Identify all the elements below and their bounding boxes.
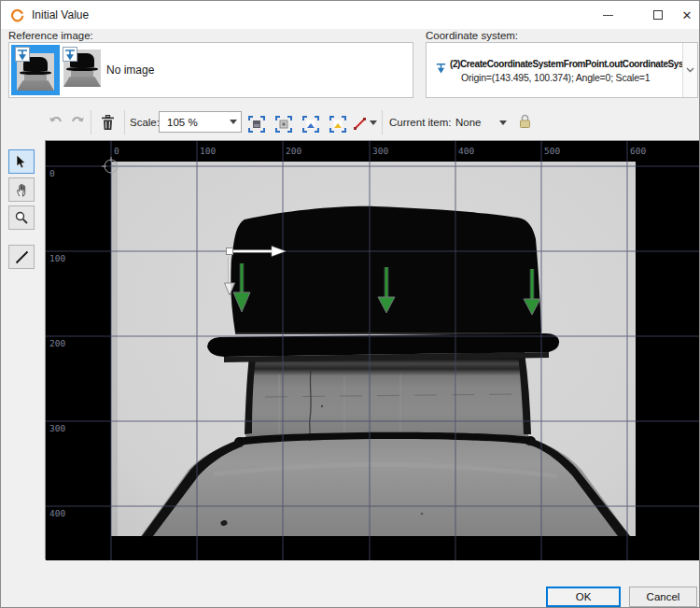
lock-button[interactable] [516, 112, 533, 131]
coordinate-system-label: Coordinate system: [426, 30, 518, 41]
zoom-out-region-button[interactable] [326, 113, 349, 135]
redo-button[interactable] [69, 113, 86, 130]
zoom-out-region-icon [329, 116, 346, 133]
coordinate-system-details: Origin=(143.495, 100.374); Angle=0; Scal… [461, 72, 650, 83]
caret-down-icon[interactable] [499, 120, 507, 125]
zoom-in-region-button[interactable] [299, 113, 322, 135]
reference-image-label: Reference image: [8, 30, 93, 41]
line-color-button[interactable] [351, 115, 368, 132]
line-tool-button[interactable] [8, 245, 35, 269]
ruler-label-top-600: 600 [630, 146, 646, 156]
lock-icon [519, 114, 531, 129]
ruler-label-top-500: 500 [544, 146, 560, 156]
origin-handle[interactable] [227, 248, 233, 255]
close-icon: ✕ [682, 8, 693, 22]
toolbar-separator [91, 110, 91, 134]
dropdown-chevron[interactable] [682, 43, 697, 97]
no-image-label: No image [106, 64, 154, 77]
camera-image-bottle [111, 162, 636, 536]
ruler-label-top-0: 0 [114, 146, 119, 156]
zoom-tool-button[interactable] [8, 205, 35, 230]
ruler-label-left-400: 400 [49, 508, 65, 518]
pan-tool-button[interactable] [8, 177, 35, 202]
reference-thumbnail-selected[interactable] [11, 45, 60, 95]
maximize-button[interactable] [644, 1, 672, 29]
undo-icon [49, 115, 63, 128]
zoom-original-button[interactable] [272, 113, 295, 135]
redo-icon [70, 115, 85, 128]
zoom-in-region-icon [302, 116, 319, 133]
line-color-icon [353, 117, 367, 131]
magnifier-icon [15, 211, 28, 224]
ruler-label-left-200: 200 [49, 338, 65, 348]
toolbar-separator [124, 110, 125, 134]
reference-thumbnail-empty[interactable] [63, 47, 102, 92]
window-title: Initial Value [32, 8, 89, 21]
image-canvas[interactable]: 0 100 200 300 400 500 600 0 100 200 300 … [45, 140, 699, 559]
ruler-label-top-100: 100 [200, 146, 216, 156]
ruler-label-top-300: 300 [372, 146, 388, 156]
reference-image-box: No image [8, 42, 413, 98]
ruler-label-left-300: 300 [49, 423, 65, 433]
coordinate-system-dropdown[interactable]: (2)CreateCoordinateSystemFromPoint.outCo… [426, 42, 698, 98]
chevron-down-icon [686, 67, 694, 73]
zoom-original-icon [275, 116, 292, 133]
current-item-value[interactable]: None [455, 117, 482, 128]
app-logo-icon [10, 8, 24, 22]
coordinate-system-overlay-icon [63, 47, 77, 62]
ruler-label-top-200: 200 [286, 146, 301, 156]
trash-icon [101, 115, 115, 131]
hand-icon [15, 183, 29, 197]
scale-value: 105 % [160, 117, 230, 128]
maximize-icon [653, 10, 663, 20]
ruler-label-top-400: 400 [458, 146, 474, 156]
cursor-icon [16, 155, 27, 169]
delete-button[interactable] [95, 110, 119, 134]
title-bar: Initial Value ✕ [1, 1, 699, 29]
zoom-fit-button[interactable] [245, 113, 268, 135]
cancel-button[interactable]: Cancel [629, 587, 697, 607]
line-icon [15, 250, 29, 264]
zoom-fit-icon [248, 116, 265, 133]
minimize-icon [603, 15, 613, 16]
coordinate-system-icon [435, 62, 447, 74]
caret-down-icon[interactable] [370, 120, 377, 125]
ruler-label-left-100: 100 [49, 253, 65, 263]
caret-down-icon [230, 120, 237, 124]
close-button[interactable]: ✕ [673, 1, 700, 29]
coordinate-system-overlay-icon [15, 47, 30, 62]
canvas-view: 0 100 200 300 400 500 600 0 100 200 300 … [46, 141, 700, 560]
scale-combo[interactable]: 105 % [159, 111, 242, 133]
undo-button[interactable] [48, 113, 64, 130]
select-tool-button[interactable] [8, 149, 35, 174]
ruler-label-left-0: 0 [49, 168, 55, 178]
ok-button[interactable]: OK [546, 587, 621, 607]
minimize-button[interactable] [594, 1, 622, 29]
initial-value-dialog: Initial Value ✕ Reference image: No imag… [0, 0, 700, 608]
coordinate-system-name: (2)CreateCoordinateSystemFromPoint.outCo… [450, 59, 682, 69]
current-item-label: Current item: [389, 117, 451, 128]
toolbar-separator [382, 110, 383, 134]
scale-label: Scale: [130, 117, 160, 128]
